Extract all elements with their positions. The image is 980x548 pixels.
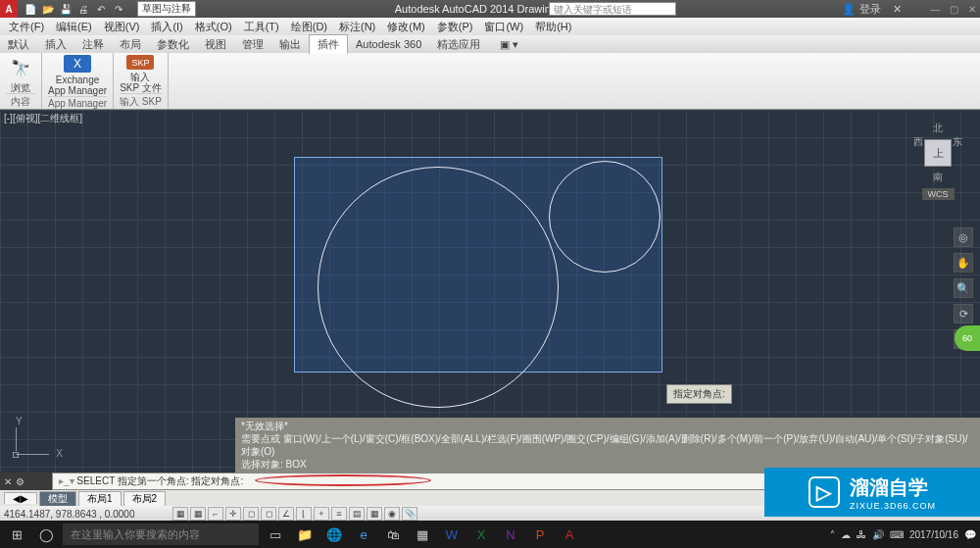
tab-insert[interactable]: 插入 — [37, 35, 74, 54]
explorer-icon[interactable]: 📁 — [292, 523, 318, 545]
word-icon[interactable]: W — [439, 523, 465, 545]
model-tab[interactable]: 模型 — [39, 491, 76, 506]
menu-modify[interactable]: 修改(M) — [382, 20, 430, 34]
qp-toggle[interactable]: ▦ — [367, 507, 382, 521]
cmd-close-icon[interactable]: ✕ — [4, 476, 12, 487]
menu-window[interactable]: 窗口(W) — [479, 20, 528, 34]
login-label: 登录 — [859, 2, 881, 17]
drawing-canvas[interactable]: [-][俯视][二维线框] 指定对角点: 北 西上东 南 WCS ◎ ✋ 🔍 ⟳… — [0, 110, 980, 473]
tray-ime-icon[interactable]: ⌨ — [890, 529, 904, 540]
onenote-icon[interactable]: N — [498, 523, 523, 545]
tab-default[interactable]: 默认 — [0, 35, 37, 54]
tab-parametric[interactable]: 参数化 — [149, 35, 197, 54]
otrack-toggle[interactable]: ∠ — [278, 507, 294, 521]
ortho-toggle[interactable]: ⌐ — [208, 507, 223, 521]
sc-toggle[interactable]: ◉ — [384, 507, 400, 521]
play-icon: ▷ — [808, 476, 840, 508]
help-search-input[interactable]: 键入关键字或短语 — [549, 2, 676, 16]
tab-output[interactable]: 输出 — [271, 35, 309, 54]
chrome-icon[interactable]: 🌐 — [321, 523, 347, 545]
maximize-button[interactable]: ▢ — [950, 4, 958, 15]
panel-label: Exchange App Manager — [48, 75, 107, 96]
layout2-tab[interactable]: 布局2 — [123, 491, 167, 506]
tray-cloud-icon[interactable]: ☁ — [841, 529, 851, 540]
viewport-label[interactable]: [-][俯视][二维线框] — [4, 112, 82, 125]
taskbar-search[interactable]: 在这里输入你要搜索的内容 — [63, 523, 259, 545]
tray-date[interactable]: 2017/10/16 — [909, 529, 958, 540]
snap-toggle[interactable]: ▦ — [172, 507, 188, 521]
tab-layout[interactable]: 布局 — [112, 35, 149, 54]
watermark-brand: 溜溜自学 — [850, 476, 928, 498]
tab-annotate[interactable]: 注释 — [74, 35, 112, 54]
tab-view[interactable]: 视图 — [197, 35, 234, 54]
steering-wheel-icon[interactable]: ◎ — [954, 227, 973, 247]
app-icon[interactable]: ▦ — [410, 523, 435, 545]
powerpoint-icon[interactable]: P — [527, 523, 553, 545]
start-button[interactable]: ⊞ — [4, 523, 29, 545]
tab-plugins[interactable]: 插件 — [309, 34, 348, 54]
exchange-icon[interactable]: ✕ — [893, 3, 902, 16]
grid-toggle[interactable]: ▦ — [190, 507, 206, 521]
menu-view[interactable]: 视图(V) — [99, 20, 145, 34]
minimize-button[interactable]: — — [930, 4, 940, 15]
wcs-badge[interactable]: WCS — [922, 188, 955, 200]
exchange-app-icon[interactable]: X — [64, 55, 91, 73]
excel-icon[interactable]: X — [468, 523, 494, 545]
new-icon[interactable]: 📄 — [24, 2, 37, 16]
pan-icon[interactable]: ✋ — [954, 253, 973, 273]
3dosnap-toggle[interactable]: ◻ — [261, 507, 276, 521]
cortana-icon[interactable]: ◯ — [33, 523, 59, 545]
menu-dimension[interactable]: 标注(N) — [334, 20, 380, 34]
tray-notifications-icon[interactable]: 💬 — [964, 529, 976, 540]
osnap-toggle[interactable]: ◻ — [243, 507, 259, 521]
menu-tools[interactable]: 工具(T) — [239, 20, 284, 34]
dyn-toggle[interactable]: + — [314, 507, 329, 521]
title-bar: A 📄 📂 💾 🖨 ↶ ↷ 草图与注释 Autodesk AutoCAD 201… — [0, 0, 980, 18]
tab-autodesk360[interactable]: Autodesk 360 — [348, 36, 429, 52]
viewcube-face[interactable]: 上 — [924, 139, 952, 167]
ducs-toggle[interactable]: ⌊ — [296, 507, 312, 521]
close-button[interactable]: ✕ — [968, 4, 976, 15]
command-history: *无效选择* 需要点或 窗口(W)/上一个(L)/窗交(C)/框(BOX)/全部… — [235, 418, 980, 473]
orbit-icon[interactable]: ⟳ — [954, 304, 973, 324]
view-cube[interactable]: 北 西上东 南 WCS — [913, 122, 962, 200]
panel-appmanager: X Exchange App Manager App Manager — [42, 53, 114, 109]
menu-format[interactable]: 格式(O) — [190, 20, 237, 34]
tab-nav-icon[interactable]: ◀▶ — [4, 492, 37, 504]
menu-insert[interactable]: 插入(I) — [146, 20, 187, 34]
app-logo[interactable]: A — [0, 0, 18, 18]
cmd-config-icon[interactable]: ⚙ — [16, 476, 24, 487]
tab-manage[interactable]: 管理 — [234, 35, 271, 54]
trial-badge[interactable]: 60 — [955, 325, 980, 351]
save-icon[interactable]: 💾 — [59, 2, 73, 16]
lwt-toggle[interactable]: ≡ — [331, 507, 347, 521]
workspace-dropdown[interactable]: 草图与注释 — [137, 1, 196, 17]
menu-edit[interactable]: 编辑(E) — [51, 20, 97, 34]
store-icon[interactable]: 🛍 — [380, 523, 406, 545]
tab-featured[interactable]: 精选应用 — [429, 35, 488, 54]
undo-icon[interactable]: ↶ — [94, 2, 108, 16]
zoom-icon[interactable]: 🔍 — [954, 278, 973, 298]
ribbon-expand-icon[interactable]: ▣ ▾ — [492, 36, 526, 53]
ucs-y: Y — [16, 416, 23, 426]
tray-network-icon[interactable]: 🖧 — [857, 529, 866, 540]
open-icon[interactable]: 📂 — [41, 2, 55, 16]
menu-file[interactable]: 文件(F) — [4, 20, 49, 34]
binoculars-icon[interactable]: 🔭 — [6, 55, 35, 80]
tray-up-icon[interactable]: ˄ — [830, 529, 835, 540]
redo-icon[interactable]: ↷ — [112, 2, 125, 16]
menu-parametric[interactable]: 参数(P) — [432, 20, 478, 34]
taskview-icon[interactable]: ▭ — [263, 523, 288, 545]
layout1-tab[interactable]: 布局1 — [78, 491, 122, 506]
edge-icon[interactable]: e — [351, 523, 376, 545]
tpy-toggle[interactable]: ▤ — [349, 507, 365, 521]
login-button[interactable]: 👤 登录 ✕ — [842, 2, 902, 17]
am-toggle[interactable]: 📎 — [402, 507, 417, 521]
skp-import-icon[interactable]: SKP — [126, 55, 154, 70]
menu-help[interactable]: 帮助(H) — [530, 20, 576, 34]
polar-toggle[interactable]: ✛ — [225, 507, 241, 521]
print-icon[interactable]: 🖨 — [76, 2, 90, 16]
menu-draw[interactable]: 绘图(D) — [286, 20, 332, 34]
autocad-taskbar-icon[interactable]: A — [557, 523, 582, 545]
tray-volume-icon[interactable]: 🔊 — [872, 529, 884, 540]
